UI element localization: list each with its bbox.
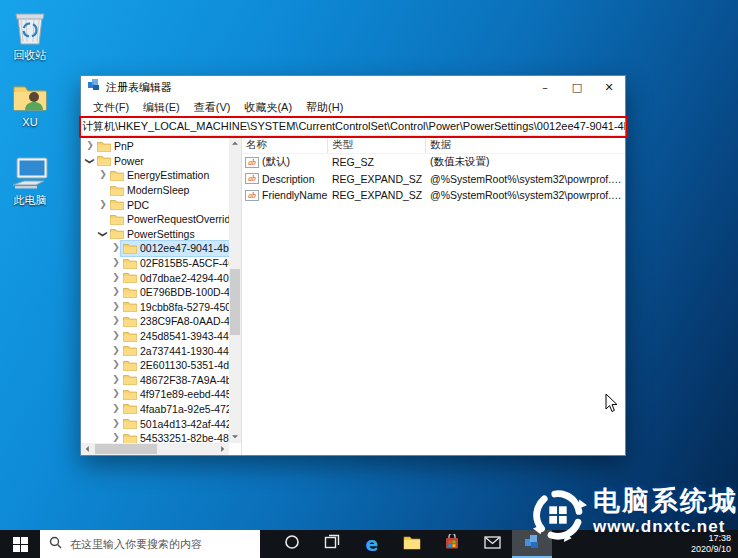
tree-horizontal-scrollbar[interactable] bbox=[81, 443, 229, 455]
tree-item[interactable]: ❯ Power bbox=[81, 154, 229, 169]
tree-item[interactable]: ❯ 245d8541-3943-442 bbox=[81, 329, 229, 344]
folder-icon bbox=[123, 272, 137, 283]
desktop-icon-this-pc[interactable]: 此电脑 bbox=[2, 155, 58, 208]
folder-icon bbox=[123, 301, 137, 312]
tree-item[interactable]: ❯ 19cbb8fa-5279-450 bbox=[81, 300, 229, 315]
tree-item[interactable]: ❯ PDC bbox=[81, 197, 229, 212]
tree-item[interactable]: ❯ 0E796BDB-100D-47 bbox=[81, 285, 229, 300]
column-header-name[interactable]: 名称 bbox=[242, 137, 328, 153]
vertical-scroll-thumb[interactable] bbox=[230, 269, 240, 335]
scroll-right-icon[interactable] bbox=[217, 443, 229, 455]
expand-arrow-icon[interactable]: ❯ bbox=[98, 169, 108, 179]
tree-item[interactable]: ❯ 501a4d13-42af-442 bbox=[81, 416, 229, 431]
expand-arrow-icon[interactable]: ❯ bbox=[85, 156, 95, 166]
tree-item-label: 0E796BDB-100D-47 bbox=[140, 286, 229, 298]
folder-icon bbox=[110, 185, 124, 196]
expand-arrow-icon[interactable]: ❯ bbox=[111, 330, 121, 340]
minimize-button[interactable]: – bbox=[529, 76, 561, 98]
close-button[interactable]: ✕ bbox=[593, 76, 625, 98]
microsoft-store-icon bbox=[444, 534, 460, 554]
file-explorer-button[interactable] bbox=[392, 530, 432, 558]
tree-item[interactable]: ❯ 2E601130-5351-4d9 bbox=[81, 358, 229, 373]
expand-arrow-icon[interactable]: ❯ bbox=[111, 374, 121, 384]
scroll-up-icon[interactable] bbox=[229, 137, 241, 149]
tree-item[interactable]: ❯ 02F815B5-A5CF-4CE bbox=[81, 256, 229, 271]
tree-item-label: 48672F38-7A9A-4bb bbox=[140, 374, 229, 386]
taskbar-clock[interactable]: 17:38 2020/9/10 bbox=[691, 530, 735, 558]
string-value-icon: ab bbox=[245, 173, 259, 184]
expand-arrow-icon[interactable]: ❯ bbox=[111, 301, 121, 311]
window-title: 注册表编辑器 bbox=[106, 80, 529, 95]
menu-item[interactable]: 编辑(E) bbox=[136, 98, 187, 117]
menu-item[interactable]: 文件(F) bbox=[86, 98, 136, 117]
mail-icon bbox=[484, 535, 501, 553]
tree-vertical-scrollbar[interactable] bbox=[229, 137, 241, 443]
expand-arrow-icon[interactable]: ❯ bbox=[111, 359, 121, 369]
expand-arrow-icon[interactable]: ❯ bbox=[111, 345, 121, 355]
tree-item[interactable]: ❯ 4f971e89-eebd-445 bbox=[81, 387, 229, 402]
value-row[interactable]: ab (默认) REG_SZ (数值未设置) bbox=[242, 154, 625, 171]
expand-arrow-icon[interactable]: ❯ bbox=[98, 229, 108, 239]
folder-icon bbox=[97, 141, 111, 152]
expand-arrow-icon[interactable]: ❯ bbox=[111, 272, 121, 282]
scroll-left-icon[interactable] bbox=[81, 443, 93, 455]
tree-item[interactable]: ❯ ModernSleep bbox=[81, 183, 229, 198]
registry-tree-pane: ❯ PnP ❯ Power ❯ EnergyEstimation ❯ bbox=[81, 137, 242, 455]
tree-item[interactable]: ❯ 238C9FA8-0AAD-41 bbox=[81, 314, 229, 329]
tree-item[interactable]: ❯ EnergyEstimation bbox=[81, 168, 229, 183]
expand-arrow-icon[interactable]: ❯ bbox=[111, 315, 121, 325]
tree-item-label: 54533251-82be-482 bbox=[140, 432, 229, 443]
string-value-icon: ab bbox=[245, 190, 259, 201]
expand-arrow-icon[interactable]: ❯ bbox=[85, 140, 95, 150]
column-header-data[interactable]: 数据 bbox=[426, 137, 625, 153]
value-name: FriendlyName bbox=[262, 189, 327, 201]
tree-item-label: 02F815B5-A5CF-4CE bbox=[140, 257, 229, 269]
cortana-button[interactable] bbox=[272, 530, 312, 558]
expand-arrow-icon[interactable]: ❯ bbox=[98, 199, 108, 209]
menu-item[interactable]: 收藏夹(A) bbox=[237, 98, 299, 117]
watermark-title: 电脑系统城 bbox=[593, 486, 738, 516]
tree-item[interactable]: ❯ PowerSettings bbox=[81, 227, 229, 242]
expand-arrow-icon[interactable]: ❯ bbox=[111, 432, 121, 442]
expand-arrow-icon[interactable]: ❯ bbox=[111, 242, 121, 252]
registry-editor-taskbar-button[interactable] bbox=[512, 530, 552, 558]
tree-item[interactable]: ❯ 0012ee47-9041-4b5 bbox=[81, 241, 229, 256]
desktop-icon-recycle-bin[interactable]: 回收站 bbox=[2, 8, 58, 63]
mail-button[interactable] bbox=[472, 530, 512, 558]
microsoft-store-button[interactable] bbox=[432, 530, 472, 558]
tree-item[interactable]: ❯ 54533251-82be-482 bbox=[81, 431, 229, 443]
expand-arrow-icon[interactable]: ❯ bbox=[111, 418, 121, 428]
value-row[interactable]: ab Description REG_EXPAND_SZ @%SystemRoo… bbox=[242, 171, 625, 188]
expand-arrow-icon[interactable]: ❯ bbox=[111, 286, 121, 296]
string-value-icon: ab bbox=[245, 157, 259, 168]
expand-arrow-icon[interactable]: ❯ bbox=[111, 388, 121, 398]
tree-item[interactable]: ❯ PowerRequestOverride bbox=[81, 212, 229, 227]
user-folder-icon bbox=[2, 82, 58, 114]
tree-item[interactable]: ❯ 48672F38-7A9A-4bb bbox=[81, 373, 229, 388]
menu-bar: 文件(F)编辑(E)查看(V)收藏夹(A)帮助(H) bbox=[81, 98, 625, 117]
folder-icon bbox=[123, 360, 137, 371]
maximize-button[interactable]: □ bbox=[561, 76, 593, 98]
tree-item[interactable]: ❯ 4faab71a-92e5-472 bbox=[81, 402, 229, 417]
task-view-button[interactable] bbox=[312, 530, 352, 558]
start-button[interactable] bbox=[0, 530, 40, 558]
tree-item-label: 2a737441-1930-440 bbox=[140, 345, 229, 357]
horizontal-scroll-thumb[interactable] bbox=[95, 444, 157, 454]
value-data: @%SystemRoot%\system32\powrprof.dll,-30… bbox=[426, 189, 625, 201]
expand-arrow-icon[interactable]: ❯ bbox=[111, 403, 121, 413]
address-bar[interactable]: 计算机\HKEY_LOCAL_MACHINE\SYSTEM\CurrentCon… bbox=[81, 117, 625, 136]
menu-item[interactable]: 查看(V) bbox=[187, 98, 238, 117]
menu-item[interactable]: 帮助(H) bbox=[299, 98, 350, 117]
folder-icon bbox=[123, 433, 137, 443]
value-row[interactable]: ab FriendlyName REG_EXPAND_SZ @%SystemRo… bbox=[242, 187, 625, 204]
scroll-down-icon[interactable] bbox=[229, 431, 241, 443]
edge-button[interactable]: e bbox=[352, 530, 392, 558]
window-titlebar[interactable]: 注册表编辑器 – □ ✕ bbox=[81, 76, 625, 98]
taskbar-search-input[interactable]: 在这里输入你要搜索的内容 bbox=[40, 530, 260, 558]
column-header-type[interactable]: 类型 bbox=[328, 137, 426, 153]
expand-arrow-icon[interactable]: ❯ bbox=[111, 257, 121, 267]
tree-item[interactable]: ❯ 0d7dbae2-4294-402 bbox=[81, 270, 229, 285]
tree-item[interactable]: ❯ 2a737441-1930-440 bbox=[81, 343, 229, 358]
desktop-icon-user-folder[interactable]: XU bbox=[2, 82, 58, 128]
tree-item[interactable]: ❯ PnP bbox=[81, 139, 229, 154]
